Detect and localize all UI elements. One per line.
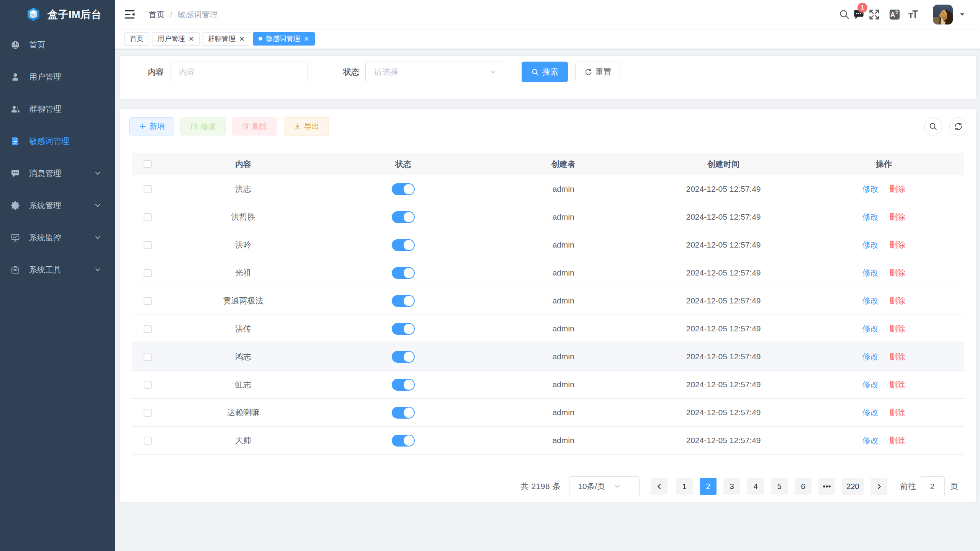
status-toggle[interactable] — [392, 211, 415, 223]
sidebar-item-tools[interactable]: 系统工具 — [0, 254, 115, 286]
tag-group-management[interactable]: 群聊管理 — [203, 32, 250, 46]
cell-created-at: 2024-12-05 12:57:49 — [643, 408, 803, 417]
close-icon[interactable] — [188, 36, 194, 42]
content-input[interactable] — [170, 67, 308, 77]
row-edit-link[interactable]: 修改 — [862, 379, 879, 390]
fullscreen-icon[interactable] — [869, 0, 880, 29]
user-menu[interactable] — [933, 5, 965, 24]
row-delete-link[interactable]: 删除 — [889, 407, 905, 418]
row-checkbox[interactable] — [144, 381, 152, 389]
edit-button[interactable]: 修改 — [180, 117, 226, 135]
row-checkbox[interactable] — [144, 241, 152, 249]
tag-home[interactable]: 首页 — [124, 32, 149, 46]
prev-page-button[interactable] — [651, 478, 668, 495]
close-icon[interactable] — [239, 36, 245, 42]
message-notification-icon[interactable]: 1 — [853, 0, 864, 29]
row-edit-link[interactable]: 修改 — [862, 267, 879, 278]
page-size-select[interactable]: 10条/页 — [569, 476, 640, 496]
status-toggle[interactable] — [392, 407, 415, 419]
delete-button[interactable]: 删除 — [232, 117, 277, 135]
sidebar-item-groups[interactable]: 群聊管理 — [0, 93, 115, 125]
status-toggle[interactable] — [392, 239, 415, 251]
goto-page-input[interactable] — [920, 476, 945, 496]
row-delete-link[interactable]: 删除 — [889, 240, 905, 250]
row-checkbox[interactable] — [144, 325, 152, 333]
avatar — [933, 5, 953, 24]
row-edit-link[interactable]: 修改 — [862, 212, 879, 222]
row-checkbox[interactable] — [144, 437, 152, 445]
row-checkbox[interactable] — [144, 297, 152, 305]
row-delete-link[interactable]: 删除 — [889, 351, 905, 362]
navbar-actions: 1 A 文 — [839, 0, 965, 29]
select-all-checkbox[interactable] — [144, 160, 152, 168]
row-delete-link[interactable]: 删除 — [889, 184, 905, 194]
row-delete-link[interactable]: 删除 — [889, 323, 905, 334]
row-delete-link[interactable]: 删除 — [889, 212, 905, 222]
status-toggle[interactable] — [392, 323, 415, 335]
row-checkbox[interactable] — [144, 185, 152, 193]
page-button[interactable]: 3 — [723, 478, 740, 495]
sidebar-item-system[interactable]: 系统管理 — [0, 189, 115, 222]
page-button[interactable]: 6 — [795, 478, 811, 495]
status-toggle[interactable] — [392, 379, 415, 391]
cell-creator: admin — [483, 268, 643, 277]
edit-icon — [190, 123, 198, 130]
font-size-icon[interactable] — [907, 0, 919, 29]
more-pages-button[interactable]: ••• — [818, 478, 835, 495]
cell-word: 大师 — [163, 435, 323, 446]
row-delete-link[interactable]: 删除 — [889, 379, 905, 390]
sidebar-item-users[interactable]: 用户管理 — [0, 61, 115, 93]
search-button[interactable]: 搜索 — [522, 62, 568, 82]
next-page-button[interactable] — [870, 478, 887, 495]
sidebar-item-monitor[interactable]: 系统监控 — [0, 222, 115, 254]
status-label: 状态 — [343, 62, 359, 82]
row-edit-link[interactable]: 修改 — [862, 240, 879, 250]
logo[interactable]: 盒子IM后台 — [0, 0, 115, 29]
status-toggle[interactable] — [392, 435, 415, 447]
language-icon[interactable]: A 文 — [889, 0, 900, 29]
row-edit-link[interactable]: 修改 — [862, 435, 879, 446]
tag-user-management[interactable]: 用户管理 — [152, 32, 200, 46]
table-row: 大师 admin 2024-12-05 12:57:49 修改 删除 — [132, 427, 964, 455]
page-button[interactable]: 4 — [747, 478, 764, 495]
page-button[interactable]: 5 — [771, 478, 788, 495]
page-button-active[interactable]: 2 — [700, 478, 717, 495]
hamburger-icon[interactable] — [115, 0, 144, 29]
tag-sensitive-words[interactable]: 敏感词管理 — [253, 32, 315, 46]
sensitive-words-table: 内容 状态 创建者 创建时间 操作 洪志 admin 2024-12-05 12… — [132, 153, 964, 455]
row-checkbox[interactable] — [144, 213, 152, 221]
status-toggle[interactable] — [392, 267, 415, 279]
sidebar-item-sensitive-words[interactable]: 敏感词管理 — [0, 125, 115, 157]
breadcrumb-home[interactable]: 首页 — [149, 9, 165, 20]
row-delete-link[interactable]: 删除 — [889, 267, 905, 278]
sidebar-item-home[interactable]: 首页 — [0, 29, 115, 61]
add-button[interactable]: 新增 — [129, 117, 174, 135]
row-edit-link[interactable]: 修改 — [862, 323, 879, 334]
header-search-icon[interactable] — [839, 0, 850, 29]
row-edit-link[interactable]: 修改 — [862, 407, 879, 418]
status-toggle[interactable] — [392, 295, 415, 307]
row-checkbox[interactable] — [144, 269, 152, 277]
refresh-button[interactable] — [949, 117, 967, 135]
row-edit-link[interactable]: 修改 — [862, 184, 879, 194]
export-button[interactable]: 导出 — [284, 117, 329, 135]
reset-button[interactable]: 重置 — [575, 62, 620, 82]
sidebar-item-messages[interactable]: 消息管理 — [0, 157, 115, 189]
row-checkbox[interactable] — [144, 353, 152, 361]
row-edit-link[interactable]: 修改 — [862, 351, 879, 362]
page-button[interactable]: 1 — [676, 478, 693, 495]
status-toggle[interactable] — [392, 183, 415, 195]
page-button-last[interactable]: 220 — [842, 478, 864, 495]
show-search-button[interactable] — [924, 117, 942, 135]
row-delete-link[interactable]: 删除 — [889, 435, 905, 446]
gear-icon — [11, 201, 20, 210]
row-checkbox[interactable] — [144, 409, 152, 417]
status-toggle[interactable] — [392, 351, 415, 363]
row-delete-link[interactable]: 删除 — [889, 295, 905, 306]
divider — [120, 145, 976, 145]
close-icon[interactable] — [303, 36, 309, 42]
row-edit-link[interactable]: 修改 — [862, 295, 879, 306]
reset-button-label: 重置 — [596, 67, 612, 77]
pagination: 共 2198 条 10条/页 1 2 3 4 5 6 ••• 220 — [521, 476, 958, 497]
status-select[interactable]: 请选择 — [365, 62, 503, 82]
